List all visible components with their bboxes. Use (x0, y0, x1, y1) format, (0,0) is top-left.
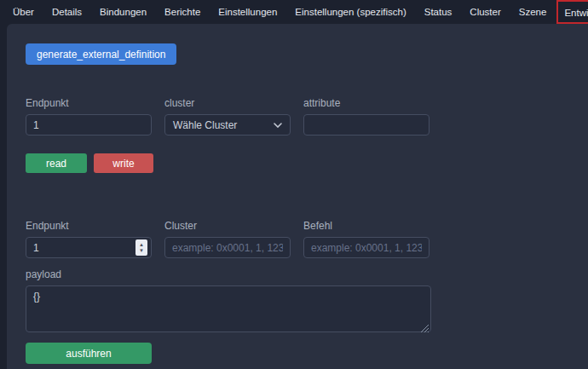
tab-einstellungen-spezifisch[interactable]: Einstellungen (spezifisch) (295, 7, 406, 17)
tab-berichte[interactable]: Berichte (164, 7, 200, 17)
tab-details[interactable]: Details (52, 7, 82, 17)
tab-entwickler-konsole[interactable]: Entwickler-Konsole (564, 8, 588, 18)
exec-endpoint-number-input[interactable] (26, 237, 152, 258)
tab-szene[interactable]: Szene (519, 7, 547, 17)
read-write-field-row: Endpunkt cluster Wähle Cluster attribute (26, 97, 588, 135)
exec-endpoint-field-group: Endpunkt ▲▼ (26, 220, 152, 258)
generate-external-definition-button[interactable]: generate_external_definition (26, 43, 176, 65)
annotation-highlight-box: Entwickler-Konsole (556, 0, 588, 24)
tab-ueber[interactable]: Über (13, 7, 34, 17)
payload-field-group: payload {} (26, 268, 431, 332)
tab-cluster[interactable]: Cluster (470, 7, 500, 17)
execute-field-row: Endpunkt ▲▼ Cluster Befehl (26, 220, 588, 258)
cluster-label: cluster (164, 97, 291, 109)
payload-label: payload (26, 268, 431, 280)
cluster-field-group: cluster Wähle Cluster (164, 97, 291, 135)
exec-endpoint-label: Endpunkt (26, 220, 152, 232)
read-write-button-row: read write (26, 153, 588, 173)
tab-bindungen[interactable]: Bindungen (100, 7, 147, 17)
attribute-field-group: attribute (303, 97, 429, 135)
write-button[interactable]: write (94, 153, 153, 173)
attribute-label: attribute (303, 97, 429, 109)
read-write-section: Endpunkt cluster Wähle Cluster attribute… (26, 97, 588, 173)
device-tab-bar: Über Details Bindungen Berichte Einstell… (0, 0, 588, 24)
cluster-select-value: Wähle Cluster (173, 119, 237, 131)
dev-console-panel: generate_external_definition Endpunkt cl… (7, 24, 588, 369)
command-label: Befehl (303, 220, 429, 232)
endpoint-field-group: Endpunkt (26, 97, 152, 135)
tab-einstellungen[interactable]: Einstellungen (218, 7, 277, 17)
read-button[interactable]: read (26, 153, 87, 173)
cluster-select[interactable]: Wähle Cluster (164, 114, 291, 135)
payload-textarea[interactable]: {} (26, 285, 431, 332)
number-spinner-icon[interactable]: ▲▼ (135, 239, 147, 256)
tab-status[interactable]: Status (424, 7, 453, 17)
chevron-down-icon (274, 123, 282, 128)
exec-cluster-input[interactable] (164, 237, 291, 258)
exec-cluster-label: Cluster (164, 220, 291, 232)
command-field-group: Befehl (303, 220, 429, 258)
execute-command-section: Endpunkt ▲▼ Cluster Befehl payload (26, 220, 588, 364)
attribute-input[interactable] (303, 114, 429, 135)
endpoint-input[interactable] (26, 114, 152, 135)
endpoint-label: Endpunkt (26, 97, 152, 109)
exec-cluster-field-group: Cluster (164, 220, 291, 258)
command-input[interactable] (303, 237, 429, 258)
execute-button[interactable]: ausführen (26, 343, 152, 364)
